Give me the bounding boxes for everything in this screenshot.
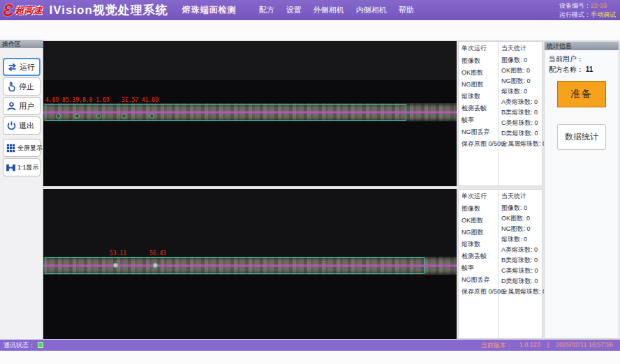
run-icon	[7, 62, 17, 73]
data-statistics-button[interactable]: 数据统计	[557, 124, 606, 150]
current-user-row: 当前用户：	[549, 54, 584, 64]
device-id-label: 设备编号：	[559, 2, 591, 9]
today-stats-column: 当天统计 图像数: 0 OK图数: 0 NG图数: 0 熔珠数: 0 A类熔珠数…	[499, 190, 542, 338]
stat-row: 图像数	[462, 55, 498, 67]
stat-row: 熔珠数	[462, 91, 498, 103]
bead-marker	[96, 114, 101, 119]
stat-row: 保存原图 0/500	[462, 138, 498, 150]
operation-sidebar: 操作区 运行 停止 用户 退出 全屏显示 1:1显示	[0, 40, 43, 340]
exit-button-label: 退出	[19, 121, 34, 131]
stat-row: B类熔珠数: 0	[501, 107, 542, 118]
stat-row: A类熔珠数: 0	[501, 97, 542, 107]
stat-row: D类熔珠数: 0	[501, 276, 542, 287]
stat-row: NG图数: 0	[501, 76, 542, 86]
stat-row: OK图数	[462, 67, 498, 79]
version-label: 当前版本：	[481, 341, 512, 350]
bead-marker	[75, 114, 80, 119]
stat-row: 帧率	[462, 114, 498, 126]
comm-status-label: 通讯状态：	[3, 341, 35, 350]
app-title: IVision视觉处理系统	[49, 2, 168, 18]
stop-button[interactable]: 停止	[3, 77, 40, 96]
single-run-header: 单次运行	[462, 44, 498, 53]
stat-row: 帧率	[462, 262, 498, 274]
stat-row: A类熔珠数: 0	[501, 245, 542, 255]
menu-item-outer-camera[interactable]: 外侧相机	[313, 5, 344, 15]
stop-button-label: 停止	[19, 82, 34, 92]
today-stats-header: 当天统计	[501, 192, 542, 201]
camera-view-outer: 4.69 85.39,8.8 1.69 31.57 41.69	[43, 41, 457, 186]
stat-row: OK图数	[462, 215, 498, 227]
stats-panel-inner: 单次运行 图像数 OK图数 NG图数 熔珠数 检测丢帧 帧率 NG图丢弃 保存原…	[458, 189, 542, 339]
fullscreen-button-label: 全屏显示	[17, 144, 43, 153]
bead-marker	[56, 114, 61, 119]
camera-background-shade	[43, 41, 457, 80]
sidebar-header: 操作区	[0, 40, 43, 48]
laser-line-overlay	[43, 265, 457, 266]
app-subtitle: 熔珠端面检测	[182, 4, 237, 16]
stat-row: 熔珠数: 0	[501, 234, 542, 245]
recipe-row: 配方名称： 11	[549, 65, 593, 75]
run-mode-label: 运行模式：	[559, 11, 591, 18]
menu-item-help[interactable]: 帮助	[399, 5, 414, 15]
stat-row: 熔珠数	[462, 238, 498, 250]
separator: |	[547, 341, 549, 350]
prepare-button[interactable]: 准备	[557, 81, 606, 107]
version-area: 当前版本： 1.0.123 | 2025/02/11 16:57:56	[481, 341, 620, 350]
single-run-header: 单次运行	[462, 192, 498, 201]
one-to-one-button-label: 1:1显示	[17, 163, 39, 172]
stat-row: C类熔珠数: 0	[501, 266, 542, 276]
recipe-label: 配方名称：	[549, 66, 584, 73]
today-stats-column: 当天统计 图像数: 0 OK图数: 0 NG图数: 0 熔珠数: 0 A类熔珠数…	[499, 42, 542, 185]
device-id-value: 22-33	[591, 2, 607, 9]
brand-logo-icon: Ɛ	[3, 1, 13, 20]
single-run-column: 单次运行 图像数 OK图数 NG图数 熔珠数 检测丢帧 帧率 NG图丢弃 保存原…	[459, 42, 499, 185]
comm-status-indicator	[38, 342, 43, 348]
menu-item-settings[interactable]: 设置	[286, 5, 302, 15]
version-value: 1.0.123	[519, 341, 540, 350]
today-stats-header: 当天统计	[501, 44, 542, 53]
stat-row: 图像数	[462, 203, 498, 215]
fullscreen-button[interactable]: 全屏显示	[3, 139, 40, 157]
camera-view-inner: 53.11 56.43	[43, 189, 457, 339]
power-icon	[6, 121, 17, 131]
laser-line-overlay	[43, 112, 457, 113]
recipe-value: 11	[586, 66, 593, 73]
bead-marker	[153, 263, 158, 268]
stat-row: 金属屑熔珠数: 0	[501, 287, 542, 297]
stat-row: D类熔珠数: 0	[501, 128, 542, 139]
stat-row: OK图数: 0	[501, 213, 542, 224]
measurement-annotation: 56.43	[149, 250, 166, 257]
one-to-one-button[interactable]: 1:1显示	[3, 158, 40, 176]
measurement-annotation: 4.69 85.39,8.8 1.69	[45, 97, 110, 103]
bead-marker	[149, 114, 154, 119]
run-button[interactable]: 运行	[3, 58, 40, 76]
metal-strip-image	[43, 257, 457, 275]
stat-row: NG图数	[462, 79, 498, 91]
stat-row: B类熔珠数: 0	[501, 255, 542, 266]
main-menu: 配方 设置 外侧相机 内侧相机 帮助	[259, 5, 414, 15]
metal-strip-image	[43, 103, 457, 121]
user-icon	[6, 101, 17, 112]
datetime-value: 2025/02/11 16:57:56	[556, 341, 613, 350]
camera-background-shade	[43, 189, 457, 256]
stop-hand-icon	[6, 82, 17, 92]
info-panel-header: 统计信息	[545, 42, 619, 50]
menu-item-inner-camera[interactable]: 内侧相机	[356, 5, 387, 15]
exit-button[interactable]: 退出	[3, 116, 40, 135]
menu-item-recipe[interactable]: 配方	[259, 5, 274, 15]
stat-row: NG图数	[462, 227, 498, 238]
statistics-info-panel: 统计信息 当前用户： 配方名称： 11 准备 数据统计	[544, 41, 619, 339]
fullscreen-grid-icon	[6, 144, 15, 153]
status-bar: 通讯状态： 当前版本： 1.0.123 | 2025/02/11 16:57:5…	[0, 340, 620, 351]
app-header: Ɛ 超高速 IVision视觉处理系统 熔珠端面检测 配方 设置 外侧相机 内侧…	[0, 0, 620, 20]
stat-row: 熔珠数: 0	[501, 86, 542, 97]
stat-row: 图像数: 0	[501, 55, 542, 66]
bead-marker	[113, 263, 118, 268]
stat-row: 检测丢帧	[462, 250, 498, 262]
user-button[interactable]: 用户	[3, 97, 40, 115]
measurement-annotation: 31.57 41.69	[121, 97, 158, 103]
stat-row: 金属屑熔珠数: 0	[501, 139, 542, 149]
single-run-column: 单次运行 图像数 OK图数 NG图数 熔珠数 检测丢帧 帧率 NG图丢弃 保存原…	[459, 190, 499, 338]
user-button-label: 用户	[19, 101, 34, 112]
stat-row: NG图丢弃	[462, 126, 498, 138]
